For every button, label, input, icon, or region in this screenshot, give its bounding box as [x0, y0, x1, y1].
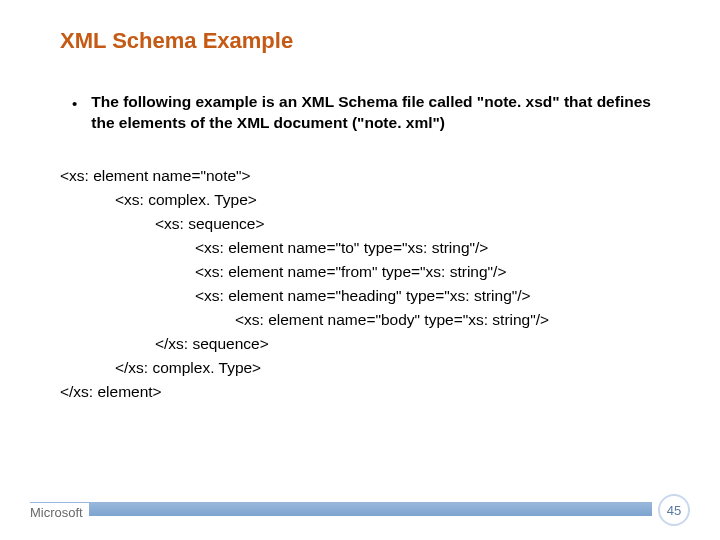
bullet-marker: • — [72, 94, 77, 114]
code-line: <xs: element name="from" type="xs: strin… — [60, 260, 680, 284]
bullet-text: The following example is an XML Schema f… — [91, 92, 660, 134]
code-line: </xs: element> — [60, 380, 680, 404]
footer: Microsoft 45 — [0, 496, 720, 522]
code-line: <xs: complex. Type> — [60, 188, 680, 212]
slide-title: XML Schema Example — [0, 28, 720, 54]
page-number-badge: 45 — [658, 494, 690, 526]
footer-brand: Microsoft — [30, 503, 89, 522]
code-line: <xs: element name="body" type="xs: strin… — [60, 308, 680, 332]
code-block: <xs: element name="note"> <xs: complex. … — [0, 164, 720, 404]
code-line: </xs: complex. Type> — [60, 356, 680, 380]
footer-bar — [30, 502, 652, 516]
bullet-item: • The following example is an XML Schema… — [0, 92, 720, 134]
code-line: <xs: element name="note"> — [60, 164, 680, 188]
slide: XML Schema Example • The following examp… — [0, 0, 720, 540]
code-line: <xs: element name="to" type="xs: string"… — [60, 236, 680, 260]
code-line: </xs: sequence> — [60, 332, 680, 356]
code-line: <xs: sequence> — [60, 212, 680, 236]
code-line: <xs: element name="heading" type="xs: st… — [60, 284, 680, 308]
